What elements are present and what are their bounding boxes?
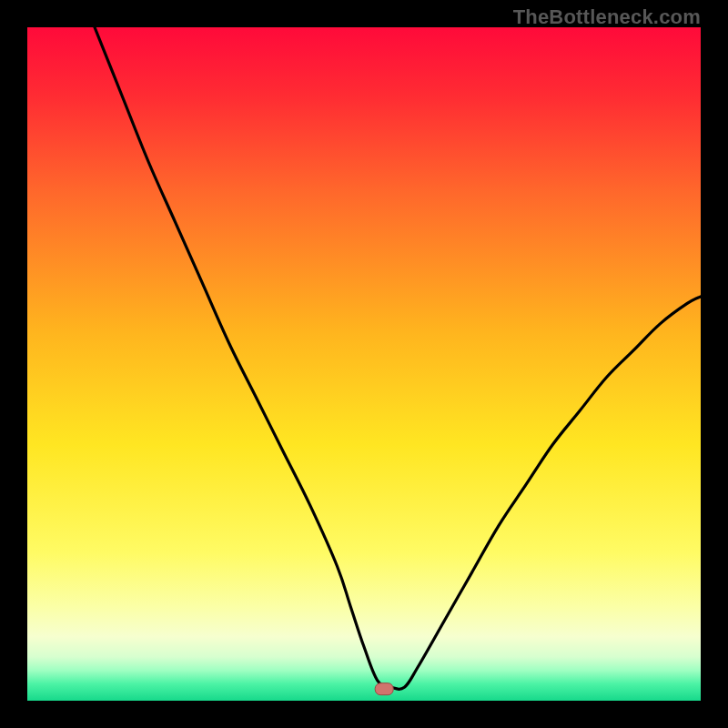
- plot-area: [27, 27, 701, 701]
- chart-svg: [27, 27, 701, 701]
- chart-frame: TheBottleneck.com: [0, 0, 728, 728]
- watermark-text: TheBottleneck.com: [513, 5, 701, 29]
- optimum-marker: [375, 683, 393, 695]
- gradient-background: [27, 27, 701, 701]
